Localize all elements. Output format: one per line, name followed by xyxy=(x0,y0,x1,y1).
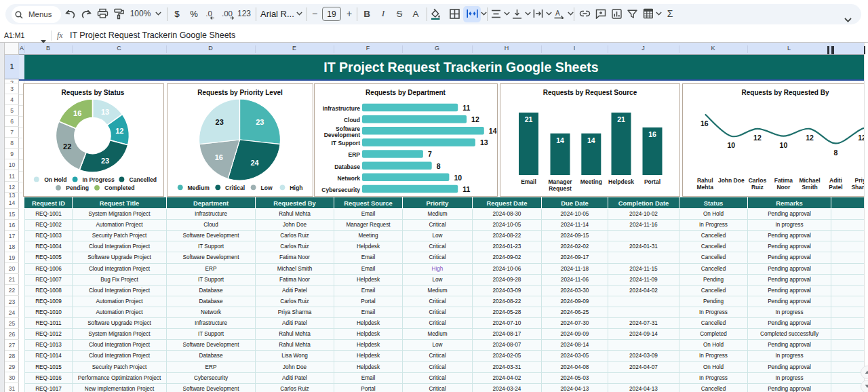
svg-text:Requests by Status: Requests by Status xyxy=(62,89,125,96)
svg-text:16: 16 xyxy=(215,153,223,161)
svg-text:23: 23 xyxy=(256,118,264,126)
svg-text:13: 13 xyxy=(101,108,109,116)
svg-text:ERP: ERP xyxy=(349,151,361,158)
svg-text:12: 12 xyxy=(471,115,479,123)
svg-text:12: 12 xyxy=(858,134,864,142)
svg-text:Cybersecurity: Cybersecurity xyxy=(321,187,360,193)
svg-text:11: 11 xyxy=(462,104,470,112)
svg-text:Ruiz: Ruiz xyxy=(751,184,764,191)
svg-text:Meeting: Meeting xyxy=(580,178,602,185)
svg-text:21: 21 xyxy=(617,115,625,123)
svg-text:16: 16 xyxy=(648,130,656,138)
svg-text:12: 12 xyxy=(115,127,123,135)
svg-text:Patel: Patel xyxy=(829,184,842,191)
svg-text:A: A xyxy=(555,9,560,17)
svg-text:16: 16 xyxy=(701,119,709,128)
svg-text:8: 8 xyxy=(437,162,441,170)
svg-text:11: 11 xyxy=(462,185,470,193)
svg-text:10: 10 xyxy=(454,174,462,182)
svg-text:Requests by Request Source: Requests by Request Source xyxy=(543,89,637,96)
svg-text:14: 14 xyxy=(556,136,564,144)
svg-text:Cloud: Cloud xyxy=(344,117,360,123)
svg-text:22: 22 xyxy=(63,142,71,151)
svg-text:Priya: Priya xyxy=(855,177,864,184)
svg-text:On Hold: On Hold xyxy=(44,176,66,183)
svg-text:Request: Request xyxy=(549,185,572,192)
svg-text:Infrastructure: Infrastructure xyxy=(323,105,361,112)
svg-text:Requests by Department: Requests by Department xyxy=(366,89,446,96)
svg-text:24: 24 xyxy=(250,159,259,167)
svg-text:16: 16 xyxy=(73,109,81,117)
svg-text:Medium: Medium xyxy=(187,184,210,191)
svg-text:21: 21 xyxy=(525,115,533,123)
svg-text:12: 12 xyxy=(806,134,814,142)
svg-text:In Progress: In Progress xyxy=(82,176,115,183)
svg-text:Aditi: Aditi xyxy=(829,177,842,184)
svg-text:8: 8 xyxy=(834,149,838,157)
svg-text:Helpdesk: Helpdesk xyxy=(608,178,634,185)
svg-text:John Doe: John Doe xyxy=(718,177,745,184)
svg-text:Manager: Manager xyxy=(549,178,573,185)
svg-text:13: 13 xyxy=(480,138,488,146)
svg-text:Critical: Critical xyxy=(225,184,245,191)
svg-text:Email: Email xyxy=(521,178,536,185)
svg-text:23: 23 xyxy=(101,157,109,165)
svg-text:10: 10 xyxy=(727,141,735,149)
svg-text:Requests by Priority Level: Requests by Priority Level xyxy=(197,89,283,96)
svg-text:Development: Development xyxy=(324,132,361,138)
svg-text:Rahul: Rahul xyxy=(697,177,713,184)
svg-text:Completed: Completed xyxy=(104,184,134,191)
svg-text:14: 14 xyxy=(587,136,595,144)
svg-text:Portal: Portal xyxy=(644,178,660,185)
svg-text:14: 14 xyxy=(489,127,497,135)
svg-text:Sharma: Sharma xyxy=(851,184,864,191)
svg-text:Network: Network xyxy=(337,175,360,182)
svg-text:High: High xyxy=(290,184,302,191)
svg-text:Database: Database xyxy=(334,163,360,170)
svg-text:Michael: Michael xyxy=(799,177,820,184)
svg-text:Pending: Pending xyxy=(66,184,89,191)
svg-text:Requests by Requested By: Requests by Requested By xyxy=(742,89,829,96)
svg-text:Fatima: Fatima xyxy=(774,177,793,184)
svg-text:Noor: Noor xyxy=(776,184,791,191)
svg-text:IT Support: IT Support xyxy=(332,140,361,146)
svg-text:7: 7 xyxy=(428,150,432,158)
svg-text:Smith: Smith xyxy=(802,184,818,191)
svg-text:Cancelled: Cancelled xyxy=(130,176,157,183)
svg-text:Low: Low xyxy=(261,184,273,191)
svg-text:Mehta: Mehta xyxy=(697,184,714,191)
svg-text:10: 10 xyxy=(780,141,788,149)
svg-text:23: 23 xyxy=(216,118,224,126)
svg-text:Carlos: Carlos xyxy=(749,177,767,184)
svg-text:12: 12 xyxy=(753,134,762,142)
